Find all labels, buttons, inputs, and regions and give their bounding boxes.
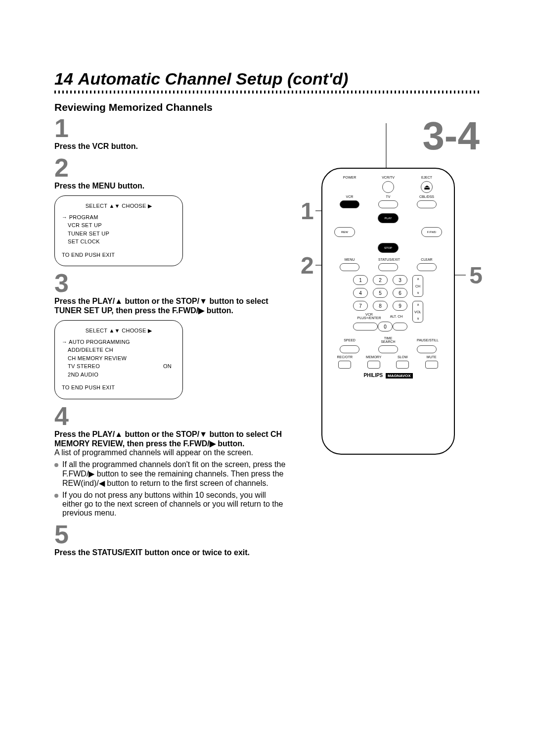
bullet-icon [54, 494, 58, 498]
rew-button[interactable]: REW [334, 227, 355, 237]
step-4-text: Press the PLAY/▲ button or the STOP/▼ bu… [54, 430, 287, 448]
osd2-footer: TO END PUSH EXIT [62, 383, 176, 392]
tv-button[interactable] [378, 200, 398, 208]
page-number: 14 [54, 69, 73, 89]
dotted-rule [54, 91, 480, 94]
spacer [344, 184, 356, 190]
num-4[interactable]: 4 [353, 288, 368, 298]
osd2-line1: AUTO PROGRAMMING [62, 338, 176, 346]
label-eject: EJECT [417, 176, 437, 179]
bullet-icon [54, 463, 58, 467]
osd-screen-2: SELECT ▲▼ CHOOSE ▶ AUTO PROGRAMMING ADD/… [54, 320, 183, 399]
rec-button[interactable] [338, 361, 351, 369]
mute-button[interactable] [425, 361, 438, 369]
label-vol: VOL [414, 310, 421, 314]
bullet-2: If you do not press any buttons within 1… [54, 491, 287, 518]
label-altch: ALT. CH [387, 315, 406, 318]
osd1-line3: TUNER SET UP [62, 230, 176, 238]
callout-2: 2 [301, 252, 314, 279]
page-title: Automatic Channel Setup (cont'd) [78, 69, 348, 89]
label-cbldss: CBL/DSS [417, 195, 437, 198]
up-icon: ∧ [417, 303, 419, 307]
label-vcr: VCR [340, 195, 359, 198]
menu-button[interactable] [340, 263, 359, 271]
num-0[interactable]: 0 [378, 322, 393, 331]
eject-icon: ⏏ [424, 183, 430, 191]
osd-screen-1: SELECT ▲▼ CHOOSE ▶ PROGRAM VCR SET UP TU… [54, 195, 183, 266]
label-speed: SPEED [340, 338, 359, 342]
num-6[interactable]: 6 [393, 288, 407, 298]
osd2-line3: CH MEMORY REVIEW [62, 354, 176, 363]
speed-button[interactable] [340, 345, 359, 353]
num-8[interactable]: 8 [373, 301, 388, 311]
osd1-line1: PROGRAM [62, 213, 176, 222]
bullet-1: If all the programmed channels don't fit… [54, 460, 287, 488]
osd1-line4: SET CLOCK [62, 237, 176, 246]
bullet-1-text: If all the programmed channels don't fit… [62, 460, 287, 488]
up-icon: ∧ [417, 277, 419, 281]
num-5[interactable]: 5 [373, 288, 388, 298]
osd2-line2: ADD/DELETE CH [62, 346, 176, 354]
cbldss-button[interactable] [417, 200, 437, 208]
timesearch-button[interactable] [378, 345, 398, 353]
step-5-text: Press the STATUS/EXIT button once or twi… [54, 548, 287, 557]
num-1[interactable]: 1 [353, 275, 368, 285]
slow-button[interactable] [396, 361, 409, 369]
step-4-desc: A list of programmed channels will appea… [54, 448, 287, 457]
ffwd-button[interactable]: F.FWD [421, 227, 442, 237]
pause-button[interactable] [417, 345, 437, 353]
label-timesearch: TIME SEARCH [378, 336, 398, 343]
vcrplus-button[interactable] [353, 323, 378, 331]
step-1-text: Press the VCR button. [54, 142, 287, 151]
step-number-3: 3 [54, 270, 287, 296]
step-number-2: 2 [54, 155, 287, 181]
step-2-text: Press the MENU button. [54, 182, 287, 190]
stop-button[interactable]: STOP [378, 243, 399, 253]
vcr-button[interactable] [340, 200, 359, 208]
memory-button[interactable] [367, 361, 380, 369]
label-mute: MUTE [422, 355, 442, 359]
callout-1: 1 [301, 197, 314, 225]
label-rec: REC/OTR [335, 355, 355, 359]
num-3[interactable]: 3 [393, 275, 407, 285]
brand-row: PHILIPS MAGNAVOX [330, 373, 446, 378]
vcrtv-button[interactable] [382, 181, 394, 193]
step-number-5: 5 [54, 521, 287, 547]
section-subtitle: Reviewing Memorized Channels [54, 101, 480, 113]
down-icon: ∨ [417, 291, 419, 295]
num-2[interactable]: 2 [373, 275, 388, 285]
remote-control: POWER VCR/TV EJECT ⏏ VCR TV CBL/DSS [321, 168, 455, 455]
steps-column: 1 Press the VCR button. 2 Press the MENU… [54, 113, 287, 557]
label-slow: SLOW [393, 355, 412, 359]
status-exit-button[interactable] [378, 263, 398, 271]
osd2-header: SELECT ▲▼ CHOOSE ▶ [62, 327, 176, 335]
altch-button[interactable] [393, 323, 407, 331]
osd2-line5: 2ND AUDIO [62, 371, 176, 379]
bullet-2-text: If you do not press any buttons within 1… [62, 491, 287, 518]
down-icon: ∨ [417, 317, 419, 321]
num-9[interactable]: 9 [393, 301, 407, 311]
label-power: POWER [340, 176, 359, 179]
label-ch: CH [415, 284, 420, 288]
label-clear: CLEAR [417, 258, 437, 261]
callout-line [386, 123, 387, 173]
osd1-line2: VCR SET UP [62, 221, 176, 230]
num-7[interactable]: 7 [353, 301, 368, 311]
step-3-text: Press the PLAY/▲ button or the STOP/▼ bu… [54, 297, 287, 315]
label-memory: MEMORY [364, 355, 384, 359]
remote-column: 3-4 1 2 5 POWER VCR/TV EJECT ⏏ [302, 113, 480, 557]
volume-rocker[interactable]: ∧VOL∨ [412, 301, 423, 323]
number-pad: 1 2 3 4 5 6 7 8 9 [353, 275, 407, 311]
label-vcrtv: VCR/TV [378, 176, 398, 179]
clear-button[interactable] [417, 263, 437, 271]
play-button[interactable]: PLAY [378, 213, 399, 223]
big-step-range: 3-4 [422, 113, 480, 159]
label-menu: MENU [340, 258, 359, 261]
eject-button[interactable]: ⏏ [421, 181, 433, 193]
label-tv: TV [378, 195, 398, 198]
osd1-footer: TO END PUSH EXIT [62, 251, 176, 259]
label-pause: PAUSE/STILL [417, 338, 437, 342]
channel-rocker[interactable]: ∧CH∨ [412, 275, 423, 297]
osd1-header: SELECT ▲▼ CHOOSE ▶ [62, 202, 176, 210]
brand-magnavox: MAGNAVOX [386, 373, 413, 378]
